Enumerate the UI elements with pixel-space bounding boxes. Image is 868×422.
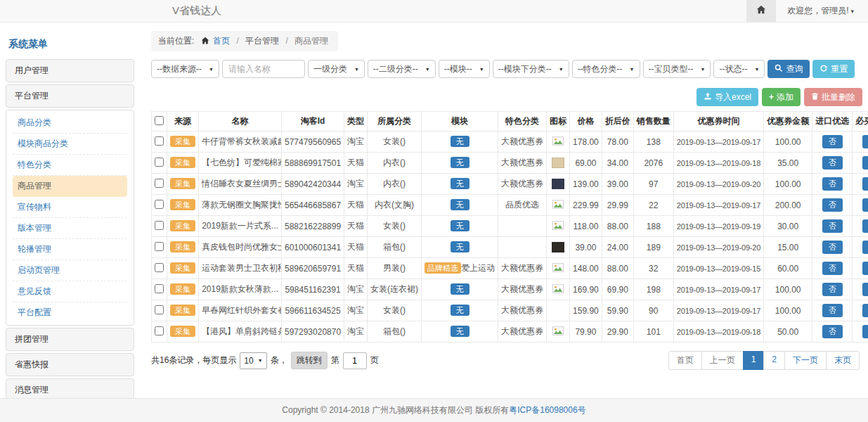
breadcrumb-item-platform[interactable]: 平台管理 (245, 36, 279, 46)
import-select-toggle[interactable]: 否 (822, 198, 843, 212)
feature-category: 品质优选 (498, 195, 547, 216)
import-select-toggle[interactable]: 否 (822, 304, 843, 317)
sidebar-group-平台管理[interactable]: 平台管理 (6, 84, 134, 108)
import-cell: 否 (812, 216, 853, 237)
sales-count: 188 (633, 216, 673, 237)
table-body: 采集牛仔背带裤女秋装减龄...577479560965淘宝女装()无大额优惠券1… (152, 132, 868, 343)
upload-icon (704, 92, 712, 103)
source-badge: 采集 (170, 326, 195, 337)
import-cell: 否 (812, 237, 853, 258)
coupon-amount: 15.00 (764, 237, 812, 258)
filter-select-data-source[interactable]: --数据来源--▼ (151, 60, 219, 78)
row-checkbox[interactable] (155, 158, 164, 167)
page-button-首页[interactable]: 首页 (668, 351, 702, 370)
sidebar-group-拼团管理[interactable]: 拼团管理 (6, 328, 134, 351)
sidebar-item-启动页管理[interactable]: 启动页管理 (13, 260, 127, 281)
sidebar-item-商品管理[interactable]: 商品管理 (13, 176, 127, 197)
page-button-下一页[interactable]: 下一页 (784, 351, 827, 370)
page-button-1[interactable]: 1 (743, 351, 765, 370)
filter-select-status[interactable]: --状态--▼ (713, 60, 765, 78)
jump-button[interactable]: 跳转到 (291, 352, 328, 369)
must-buy-toggle[interactable]: 否 (862, 304, 868, 317)
sidebar-item-版本管理[interactable]: 版本管理 (13, 218, 127, 239)
import-select-toggle[interactable]: 否 (822, 262, 843, 275)
row-checkbox[interactable] (155, 242, 164, 251)
filter-select-feature-category[interactable]: --特色分类--▼ (572, 60, 640, 78)
icp-link[interactable]: 粤ICP备16098006号 (509, 404, 585, 416)
discount-price: 24.00 (602, 237, 633, 258)
filter-select-item-type[interactable]: --宝贝类型--▼ (643, 60, 711, 78)
page-number-input[interactable] (343, 352, 367, 369)
page-button-上一页[interactable]: 上一页 (701, 351, 744, 370)
row-checkbox[interactable] (155, 263, 164, 272)
table-row: 采集运动套装男士卫衣初秋...589620659791天猫男装()品牌精选爱上运… (152, 258, 868, 279)
user-menu[interactable]: 欢迎您，管理员!▾ (776, 5, 868, 17)
import-excel-button[interactable]: 导入excel (697, 88, 758, 106)
sidebar-item-意见反馈[interactable]: 意见反馈 (13, 281, 127, 302)
import-select-toggle[interactable]: 否 (822, 283, 843, 296)
product-name: 2019新款一片式系... (199, 216, 282, 237)
reset-button[interactable]: 重置 (812, 60, 855, 78)
page-size-select[interactable]: 10▼ (240, 352, 266, 369)
sidebar-item-轮播管理[interactable]: 轮播管理 (13, 239, 127, 260)
home-button[interactable] (746, 0, 776, 22)
filter-select-module-sub-category[interactable]: --模块下分类--▼ (493, 60, 569, 78)
price: 139.00 (570, 174, 602, 195)
breadcrumb-home-link[interactable]: 首页 (213, 36, 230, 46)
sidebar-item-模块商品分类[interactable]: 模块商品分类 (13, 134, 127, 155)
import-select-toggle[interactable]: 否 (822, 325, 843, 338)
coupon-amount: 100.00 (764, 132, 812, 153)
sidebar-item-特色分类[interactable]: 特色分类 (13, 155, 127, 176)
taoke-id: 589620659791 (282, 258, 344, 279)
page-button-末页[interactable]: 末页 (826, 351, 860, 370)
sidebar-item-平台配置[interactable]: 平台配置 (13, 302, 127, 323)
filter-select-level1-category[interactable]: 一级分类▼ (308, 60, 365, 78)
select-all-checkbox[interactable] (155, 116, 164, 125)
sidebar-group-用户管理[interactable]: 用户管理 (6, 59, 134, 82)
import-select-toggle[interactable]: 否 (822, 156, 843, 170)
page-button-2[interactable]: 2 (763, 351, 785, 370)
must-buy-toggle[interactable]: 否 (862, 177, 868, 191)
sales-count: 90 (633, 300, 673, 321)
module-badge: 无 (451, 283, 469, 295)
import-select-toggle[interactable]: 否 (822, 135, 843, 148)
must-buy-toggle[interactable]: 否 (862, 283, 868, 296)
row-checkbox[interactable] (155, 179, 164, 188)
row-checkbox[interactable] (155, 326, 164, 335)
sidebar-item-宣传物料[interactable]: 宣传物料 (13, 197, 127, 218)
feature-category: 大额优惠券 (498, 174, 547, 195)
filter-select-level2-category[interactable]: --二级分类--▼ (368, 60, 436, 78)
select-value: --宝贝类型-- (649, 63, 694, 75)
must-buy-toggle[interactable]: 否 (862, 262, 868, 275)
taoke-id: 588216228899 (282, 216, 344, 237)
must-buy-toggle[interactable]: 否 (862, 198, 868, 212)
filter-select-module[interactable]: --模块--▼ (439, 60, 490, 78)
price: 178.00 (570, 132, 602, 153)
import-select-toggle[interactable]: 否 (822, 177, 843, 191)
add-button[interactable]: + 添加 (762, 88, 801, 106)
must-buy-toggle[interactable]: 否 (862, 241, 868, 254)
product-name: 运动套装男士卫衣初秋... (199, 258, 282, 279)
row-checkbox[interactable] (155, 136, 164, 146)
sidebar-group-消息管理[interactable]: 消息管理 (6, 378, 134, 398)
product-image-icon (552, 242, 564, 252)
refresh-icon (820, 64, 828, 75)
product-image-icon (552, 221, 564, 231)
row-checkbox[interactable] (155, 200, 164, 209)
batch-delete-button[interactable]: 批量删除 (804, 88, 862, 106)
name-search-input[interactable] (222, 60, 305, 78)
import-select-toggle[interactable]: 否 (822, 219, 843, 233)
must-buy-toggle[interactable]: 否 (862, 325, 868, 338)
must-buy-toggle[interactable]: 否 (862, 135, 868, 148)
row-checkbox[interactable] (155, 305, 164, 314)
row-checkbox[interactable] (155, 284, 164, 293)
sidebar-group-省惠快报[interactable]: 省惠快报 (6, 353, 134, 376)
search-button[interactable]: 查询 (767, 60, 810, 78)
must-buy-toggle[interactable]: 否 (862, 219, 868, 233)
row-checkbox[interactable] (155, 221, 164, 230)
import-select-toggle[interactable]: 否 (822, 241, 843, 254)
icon-cell (547, 321, 570, 343)
sidebar-item-商品分类[interactable]: 商品分类 (13, 113, 127, 134)
column-header-必买清单: 必买清单 (853, 112, 868, 132)
must-buy-toggle[interactable]: 否 (862, 156, 868, 170)
